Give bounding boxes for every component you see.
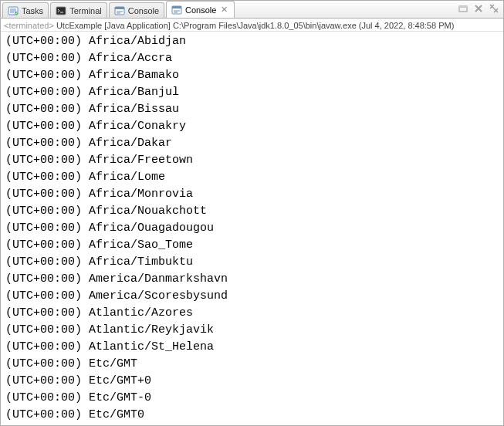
tab-label: Console xyxy=(128,6,159,15)
tab-label: Tasks xyxy=(22,6,43,15)
tab-label: Terminal xyxy=(69,6,102,15)
remove-all-icon[interactable] xyxy=(488,2,500,15)
console-status-line: <terminated> UtcExample [Java Applicatio… xyxy=(1,19,503,32)
console-icon xyxy=(114,5,125,16)
close-icon[interactable]: ✕ xyxy=(219,5,229,15)
terminated-label: <terminated> xyxy=(4,21,54,30)
tab-terminal[interactable]: Terminal xyxy=(50,2,107,18)
terminal-icon xyxy=(56,5,66,16)
svg-rect-8 xyxy=(459,6,467,8)
svg-rect-2 xyxy=(56,7,66,15)
svg-rect-4 xyxy=(115,7,124,9)
view-tabbar: Tasks Terminal Console Console ✕ xyxy=(1,1,503,19)
minimize-icon[interactable] xyxy=(457,2,469,15)
tab-tasks[interactable]: Tasks xyxy=(2,2,49,18)
tasks-icon xyxy=(8,5,19,16)
console-icon xyxy=(171,5,182,15)
tabbar-tools xyxy=(457,2,500,15)
tab-console-1[interactable]: Console xyxy=(109,2,164,18)
console-output: (UTC+00:00) Africa/Abidjan (UTC+00:00) A… xyxy=(1,32,503,425)
launch-description: UtcExample [Java Application] C:\Program… xyxy=(56,21,454,30)
tab-console-active[interactable]: Console ✕ xyxy=(166,1,235,18)
remove-launch-icon[interactable] xyxy=(472,2,485,15)
svg-rect-6 xyxy=(172,6,181,8)
tab-label: Console xyxy=(185,5,216,15)
